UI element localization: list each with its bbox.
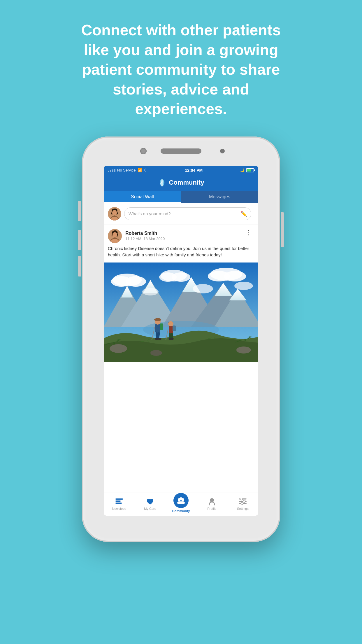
tab-social-wall[interactable]: Social Wall bbox=[104, 191, 181, 203]
nav-newsfeed[interactable]: Newsfeed bbox=[104, 498, 135, 510]
nav-newsfeed-label: Newsfeed bbox=[112, 507, 126, 510]
svg-rect-49 bbox=[171, 333, 173, 338]
svg-point-31 bbox=[142, 288, 159, 295]
newsfeed-icon bbox=[115, 498, 123, 506]
post-input[interactable]: What's on your mind? ✏️ bbox=[124, 207, 251, 220]
post-placeholder: What's on your mind? bbox=[129, 211, 171, 216]
svg-point-8 bbox=[113, 232, 117, 237]
svg-point-70 bbox=[241, 503, 243, 505]
svg-point-52 bbox=[168, 321, 173, 326]
nav-mycare[interactable]: My Care bbox=[135, 498, 166, 510]
wifi-icon: 📶 bbox=[138, 168, 142, 172]
nav-settings[interactable]: Settings bbox=[227, 498, 258, 510]
nav-community-label: Community bbox=[172, 509, 190, 513]
svg-rect-55 bbox=[115, 498, 123, 500]
moon-icon: ☾ bbox=[144, 168, 147, 172]
phone-mockup: No Service 📶 ☾ 12:04 PM 🌙 Community bbox=[82, 136, 280, 542]
post-body-text: Chronic kidney Disease doesn't define yo… bbox=[104, 245, 258, 262]
composer-avatar bbox=[108, 207, 121, 220]
front-camera bbox=[140, 148, 147, 154]
svg-point-23 bbox=[126, 276, 146, 287]
svg-point-30 bbox=[193, 284, 213, 293]
nav-profile[interactable]: Profile bbox=[196, 498, 227, 510]
svg-point-35 bbox=[236, 346, 251, 354]
profile-icon bbox=[208, 498, 216, 506]
status-time: 12:04 PM bbox=[185, 168, 203, 173]
svg-rect-44 bbox=[156, 318, 160, 320]
svg-point-32 bbox=[234, 282, 253, 290]
signal-icon bbox=[108, 169, 115, 172]
post-user-info: Roberta Smith 11:12 AM, 18 Mar 2020 bbox=[108, 229, 165, 243]
nav-settings-label: Settings bbox=[237, 507, 249, 510]
app-title: Community bbox=[169, 179, 204, 186]
svg-point-60 bbox=[180, 497, 182, 500]
app-header: Community bbox=[104, 175, 258, 191]
post-composer[interactable]: What's on your mind? ✏️ bbox=[104, 203, 258, 225]
svg-rect-45 bbox=[160, 323, 163, 330]
svg-point-41 bbox=[158, 338, 161, 340]
svg-point-26 bbox=[172, 272, 190, 282]
status-bar: No Service 📶 ☾ 12:04 PM 🌙 bbox=[104, 166, 258, 175]
community-icon bbox=[173, 493, 189, 508]
svg-point-29 bbox=[224, 271, 246, 281]
phone-screen: No Service 📶 ☾ 12:04 PM 🌙 Community bbox=[104, 166, 258, 516]
post-timestamp: 11:12 AM, 18 Mar 2020 bbox=[125, 237, 165, 241]
headline-text: Connect with other patients like you and… bbox=[35, 0, 327, 136]
battery-icon bbox=[246, 168, 254, 172]
pencil-icon: ✏️ bbox=[240, 211, 247, 217]
nav-profile-label: Profile bbox=[207, 507, 216, 510]
moon-status-icon: 🌙 bbox=[240, 168, 245, 172]
svg-rect-48 bbox=[169, 333, 171, 338]
svg-point-3 bbox=[112, 210, 117, 215]
tab-messages[interactable]: Messages bbox=[181, 191, 258, 203]
mycare-icon bbox=[146, 498, 154, 506]
svg-point-69 bbox=[243, 500, 245, 503]
sensor-dot bbox=[220, 149, 225, 153]
post-avatar bbox=[108, 229, 122, 243]
app-logo-icon bbox=[158, 178, 166, 187]
battery-fill bbox=[247, 169, 251, 172]
svg-rect-57 bbox=[115, 503, 122, 504]
post-user-name: Roberta Smith bbox=[125, 231, 165, 236]
post-more-button[interactable]: ⋮ bbox=[243, 229, 254, 237]
bottom-navigation: Newsfeed My Care bbox=[104, 493, 258, 516]
svg-rect-47 bbox=[169, 326, 173, 333]
post-user-details: Roberta Smith 11:12 AM, 18 Mar 2020 bbox=[125, 231, 165, 241]
svg-point-34 bbox=[110, 344, 127, 353]
svg-rect-56 bbox=[115, 501, 121, 502]
top-tab-bar[interactable]: Social Wall Messages bbox=[104, 191, 258, 203]
post-image-hiking bbox=[104, 262, 258, 362]
nav-mycare-label: My Care bbox=[144, 507, 156, 510]
svg-rect-53 bbox=[173, 326, 176, 331]
phone-top-bar bbox=[82, 136, 280, 166]
svg-point-51 bbox=[171, 338, 174, 340]
signal-text: No Service bbox=[117, 168, 136, 172]
svg-rect-37 bbox=[155, 324, 160, 332]
speaker-grille bbox=[161, 148, 201, 154]
status-right: 🌙 bbox=[240, 168, 254, 172]
svg-point-36 bbox=[150, 350, 162, 356]
nav-community[interactable]: Community bbox=[166, 495, 196, 513]
post-header: Roberta Smith 11:12 AM, 18 Mar 2020 ⋮ bbox=[104, 225, 258, 245]
status-left: No Service 📶 ☾ bbox=[108, 168, 147, 172]
svg-point-68 bbox=[240, 498, 242, 500]
settings-icon bbox=[239, 498, 247, 506]
post-card: Roberta Smith 11:12 AM, 18 Mar 2020 ⋮ Ch… bbox=[104, 225, 258, 362]
